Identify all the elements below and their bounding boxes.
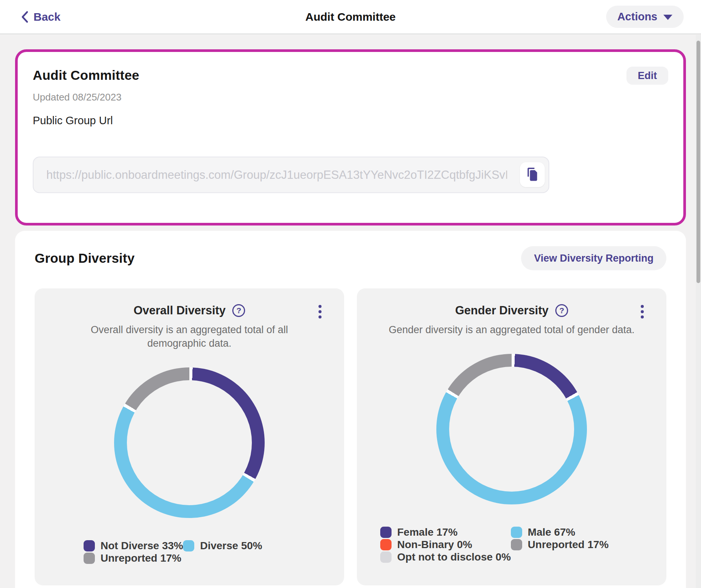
- overall-diversity-title-row: Overall Diversity ?: [35, 303, 344, 318]
- actions-button[interactable]: Actions: [606, 6, 684, 28]
- gender-diversity-donut-chart[interactable]: [436, 354, 587, 504]
- overall-diversity-title: Overall Diversity: [134, 304, 226, 317]
- view-diversity-reporting-button[interactable]: View Diversity Reporting: [521, 246, 666, 270]
- legend-item: Diverse 50%: [183, 539, 262, 552]
- gender-diversity-title: Gender Diversity: [455, 304, 549, 317]
- legend-label: Not Diverse 33%: [101, 540, 183, 552]
- legend-swatch: [380, 539, 392, 550]
- legend-swatch: [84, 553, 95, 564]
- legend-column: Female 17%Non-Binary 0%Opt not to disclo…: [380, 526, 511, 563]
- group-diversity-header: Group Diversity View Diversity Reporting: [35, 246, 666, 270]
- legend-item: Unreported 17%: [84, 552, 183, 564]
- actions-label: Actions: [617, 11, 657, 23]
- help-icon[interactable]: ?: [232, 304, 245, 317]
- group-diversity-card: Group Diversity View Diversity Reporting…: [15, 231, 686, 588]
- charts-row: Overall Diversity ? Overall diversity is…: [35, 288, 666, 585]
- legend-item: Female 17%: [380, 526, 511, 538]
- vertical-scrollbar-thumb[interactable]: [696, 41, 700, 283]
- legend-swatch: [183, 540, 194, 551]
- back-label: Back: [34, 11, 61, 23]
- legend-item: Male 67%: [511, 526, 609, 538]
- chevron-left-icon: [21, 11, 29, 23]
- audit-committee-card: Audit Committee Edit Updated 08/25/2023 …: [15, 49, 686, 225]
- legend-item: Not Diverse 33%: [84, 539, 183, 552]
- audit-committee-card-header: Audit Committee Edit: [33, 67, 668, 85]
- legend-column: Not Diverse 33%Unreported 17%: [84, 539, 183, 564]
- legend-item: Unreported 17%: [511, 538, 609, 551]
- group-title: Audit Committee: [33, 67, 139, 84]
- overall-diversity-donut-chart[interactable]: [114, 367, 265, 518]
- copy-icon: [525, 167, 539, 183]
- legend-column: Diverse 50%: [183, 539, 262, 564]
- group-diversity-title: Group Diversity: [35, 251, 135, 266]
- gender-diversity-chart-card: Gender Diversity ? Gender diversity is a…: [357, 288, 666, 585]
- overall-diversity-chart-card: Overall Diversity ? Overall diversity is…: [35, 288, 344, 585]
- gender-diversity-subtitle: Gender diversity is an aggregated total …: [357, 323, 666, 337]
- legend-swatch: [380, 527, 392, 538]
- legend-swatch: [380, 551, 392, 563]
- donut-hole: [127, 380, 252, 505]
- legend-label: Male 67%: [528, 526, 575, 538]
- chevron-down-icon: [663, 15, 672, 20]
- legend-swatch: [511, 539, 522, 550]
- public-group-url-input[interactable]: [33, 157, 549, 193]
- legend-swatch: [84, 540, 95, 551]
- overall-diversity-subtitle: Overall diversity is an aggregated total…: [75, 323, 304, 350]
- legend-label: Diverse 50%: [200, 540, 262, 552]
- overall-diversity-legend: Not Diverse 33%Unreported 17%Diverse 50%: [35, 539, 344, 564]
- legend-item: Non-Binary 0%: [380, 538, 511, 551]
- help-icon[interactable]: ?: [555, 304, 568, 317]
- page-title: Audit Committee: [305, 11, 396, 23]
- gender-diversity-title-row: Gender Diversity ?: [357, 303, 666, 318]
- back-button[interactable]: Back: [21, 11, 61, 23]
- copy-url-button[interactable]: [520, 162, 545, 187]
- legend-column: Male 67%Unreported 17%: [511, 526, 609, 563]
- legend-label: Female 17%: [397, 526, 457, 538]
- kebab-menu-icon[interactable]: [317, 303, 323, 320]
- donut-hole: [449, 367, 574, 492]
- updated-timestamp: Updated 08/25/2023: [33, 91, 668, 103]
- public-group-url-label: Public Group Url: [33, 114, 668, 127]
- edit-button[interactable]: Edit: [626, 67, 668, 85]
- legend-label: Unreported 17%: [101, 552, 181, 564]
- gender-diversity-legend: Female 17%Non-Binary 0%Opt not to disclo…: [357, 526, 666, 563]
- legend-label: Opt not to disclose 0%: [397, 551, 511, 563]
- legend-swatch: [511, 527, 522, 538]
- kebab-menu-icon[interactable]: [639, 303, 645, 320]
- legend-label: Non-Binary 0%: [397, 539, 472, 551]
- public-group-url-field-wrap: [33, 157, 549, 193]
- top-bar: Back Audit Committee Actions: [0, 0, 701, 34]
- page-content: Audit Committee Edit Updated 08/25/2023 …: [0, 49, 701, 588]
- legend-item: Opt not to disclose 0%: [380, 551, 511, 563]
- legend-label: Unreported 17%: [528, 539, 609, 551]
- vertical-scrollbar-track[interactable]: [696, 35, 701, 588]
